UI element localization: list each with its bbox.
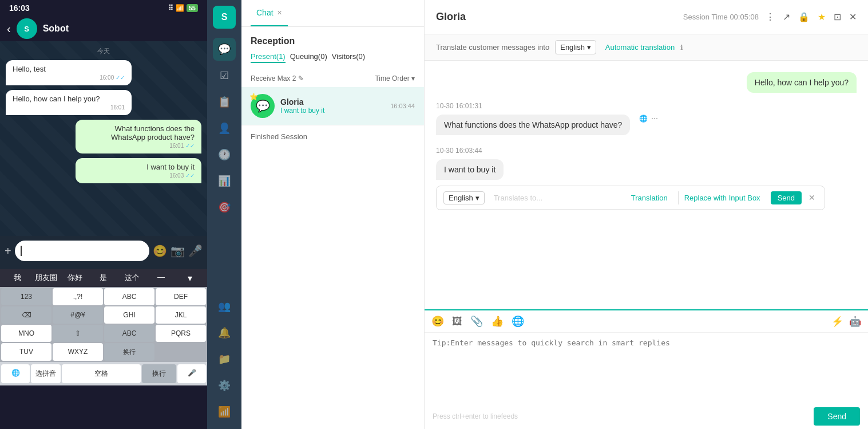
kb-expand-icon[interactable]: ▾ — [177, 273, 203, 284]
phone-msg-received-1: Hello, test 16:00 ✓✓ — [6, 60, 132, 85]
kb-key-123[interactable]: 123 — [1, 288, 51, 305]
sidebar-item-wifi[interactable]: 📶 — [213, 400, 236, 423]
receive-max-label[interactable]: Receive Max 2 ✎ — [251, 74, 304, 82]
kb-action-key[interactable]: 换行 — [142, 364, 176, 383]
attachment-toolbar-icon[interactable]: 📎 — [470, 315, 483, 328]
kb-key-newline[interactable]: 换行 — [104, 343, 154, 361]
session-time-display: Session Time 00:05:08 — [683, 13, 759, 21]
tab-close-icon[interactable]: ✕ — [277, 9, 282, 17]
sessions-subheader: Receive Max 2 ✎ Time Order ▾ — [241, 72, 424, 87]
filter-queuing[interactable]: Queuing(0) — [290, 52, 327, 63]
received-msg-row-2: 10-30 16:03:44 I want to buy it English … — [436, 147, 857, 210]
sessions-panel: Chat ✕ Reception Present(1) Queuing(0) V… — [241, 0, 425, 429]
back-icon[interactable]: ‹ — [7, 22, 11, 36]
kb-shortcut-4[interactable]: 是 — [91, 273, 116, 284]
like-toolbar-icon[interactable]: 👍 — [491, 315, 504, 328]
chat-contact-name: Gloria — [436, 11, 676, 23]
lightning-icon[interactable]: ⚡ — [831, 316, 843, 328]
text-cursor — [21, 246, 22, 256]
whatsapp-icon: 💬 — [256, 99, 270, 113]
time-order-label[interactable]: Time Order ▾ — [375, 74, 415, 82]
close-icon[interactable]: ✕ — [849, 11, 857, 22]
sidebar-item-chat[interactable]: 💬 — [213, 38, 236, 61]
kb-shortcut-5[interactable]: 这个 — [120, 273, 145, 284]
phone-input-area: + 😊 📷 🎤 — [0, 236, 207, 269]
kb-key-def[interactable]: DEF — [156, 288, 206, 305]
keyboard-row-shortcuts: 我 朋友圈 你好 是 这个 — ▾ — [0, 269, 207, 287]
expand-icon[interactable]: ⊡ — [834, 11, 841, 22]
sidebar-item-history[interactable]: 🕐 — [213, 143, 236, 166]
camera-icon[interactable]: 📷 — [171, 244, 185, 258]
sidebar-item-files[interactable]: 📁 — [213, 348, 236, 371]
mic-icon[interactable]: 🎤 — [188, 244, 203, 258]
kb-key-pqrs[interactable]: PQRS — [156, 325, 206, 342]
popup-lang-selector[interactable]: English ▾ — [443, 191, 485, 204]
kb-shortcut-2[interactable]: 朋友圈 — [33, 273, 58, 284]
kb-key-abc[interactable]: ABC — [104, 288, 154, 305]
kb-mic-key[interactable]: 🎤 — [177, 364, 206, 383]
kb-shortcut-6[interactable]: — — [148, 273, 173, 284]
kb-key-wxyz[interactable]: WXYZ — [53, 343, 103, 361]
kb-shortcut-3[interactable]: 你好 — [62, 273, 88, 284]
send-button[interactable]: Send — [814, 407, 860, 426]
external-link-icon[interactable]: ↗ — [783, 11, 790, 22]
input-toolbar: 😊 🖼 📎 👍 🌐 ⚡ 🤖 — [425, 310, 868, 333]
kb-key-delete[interactable]: ⌫ — [1, 306, 51, 324]
kb-shortcut-1[interactable]: 我 — [5, 273, 30, 284]
kb-space-key[interactable]: 空格 — [62, 364, 141, 383]
filter-visitors[interactable]: Visitors(0) — [332, 52, 365, 63]
finished-section-label: Finished Session — [241, 125, 424, 148]
msg-more-icon[interactable]: ⋯ — [651, 115, 658, 123]
translation-bar: Translate customer messages into English… — [425, 34, 868, 61]
more-options-icon[interactable]: ⋮ — [766, 11, 775, 22]
translation-button[interactable]: Translation — [625, 191, 673, 204]
kb-key-punct[interactable]: .,?! — [53, 288, 103, 305]
kb-key-abc2[interactable]: ABC — [104, 325, 154, 342]
received-bubble-2: I want to buy it — [436, 159, 504, 180]
phone-panel: 16:03 ⠿ 📶 55 ‹ S Sobot 今天 Hello, test 16… — [0, 0, 207, 429]
sidebar-item-notes[interactable]: 📋 — [213, 90, 236, 113]
phone-msg-received-2: Hello, how can I help you? 16:01 — [6, 90, 132, 115]
kb-key-mno[interactable]: MNO — [1, 325, 51, 342]
sidebar-item-settings[interactable]: ⚙️ — [213, 374, 236, 397]
filter-present[interactable]: Present(1) — [251, 52, 286, 63]
translate-msg-icon[interactable]: 🌐 — [639, 115, 648, 123]
language-selector[interactable]: English ▾ — [555, 40, 596, 54]
kb-key-tuv[interactable]: TUV — [1, 343, 51, 361]
chat-input-area: 😊 🖼 📎 👍 🌐 ⚡ 🤖 Press ctrl+enter to linefe… — [425, 309, 868, 429]
sidebar-item-notifications[interactable]: 🔔 — [213, 321, 236, 344]
kb-globe-icon[interactable]: 🌐 — [1, 364, 30, 383]
tab-chat[interactable]: Chat ✕ — [251, 0, 288, 26]
info-icon: ℹ — [680, 44, 683, 52]
sidebar-item-team[interactable]: 👥 — [213, 295, 236, 318]
image-toolbar-icon[interactable]: 🖼 — [452, 316, 462, 328]
kb-key-ghi[interactable]: GHI — [104, 306, 154, 324]
lang-name: English — [560, 43, 585, 52]
translate-toolbar-icon[interactable]: 🌐 — [512, 315, 524, 328]
session-item-gloria[interactable]: ⭐ 💬 Gloria I want to buy it 16:03:44 — [241, 87, 424, 125]
keyboard-grid: 123 .,?! ABC DEF ⌫ #@¥ GHI JKL MNO ⇧ ABC… — [0, 287, 207, 362]
phone-add-icon[interactable]: + — [5, 245, 11, 258]
popup-send-button[interactable]: Send — [771, 191, 802, 204]
kb-key-shift[interactable]: ⇧ — [53, 325, 103, 342]
lock-icon[interactable]: 🔒 — [798, 11, 810, 22]
kb-key-jkl[interactable]: JKL — [156, 306, 206, 324]
sticker-icon[interactable]: 😊 — [153, 244, 167, 258]
kb-pinyin-key[interactable]: 选拼音 — [31, 364, 61, 383]
session-preview: I want to buy it — [280, 107, 390, 115]
message-input[interactable] — [425, 333, 868, 402]
sidebar-item-targets[interactable]: 🎯 — [213, 196, 236, 219]
replace-with-input-button[interactable]: Replace with Input Box — [678, 191, 766, 204]
agent-message-row: Hello, how can I help you? — [436, 72, 857, 93]
auto-translate-link[interactable]: Automatic translation — [605, 43, 675, 52]
sidebar-item-analytics[interactable]: 📊 — [213, 170, 236, 192]
robot-icon[interactable]: 🤖 — [849, 316, 861, 328]
sidebar-item-contacts[interactable]: 👤 — [213, 117, 236, 140]
star-icon[interactable]: ★ — [818, 11, 826, 22]
popup-close-icon[interactable]: ✕ — [806, 191, 818, 204]
phone-input-box[interactable] — [15, 241, 149, 261]
kb-key-sym[interactable]: #@¥ — [53, 306, 103, 324]
keyboard-bottom-row: 🌐 选拼音 空格 换行 🎤 — [0, 362, 207, 385]
emoji-toolbar-icon[interactable]: 😊 — [431, 315, 444, 328]
sidebar-item-tasks[interactable]: ☑ — [213, 64, 236, 87]
